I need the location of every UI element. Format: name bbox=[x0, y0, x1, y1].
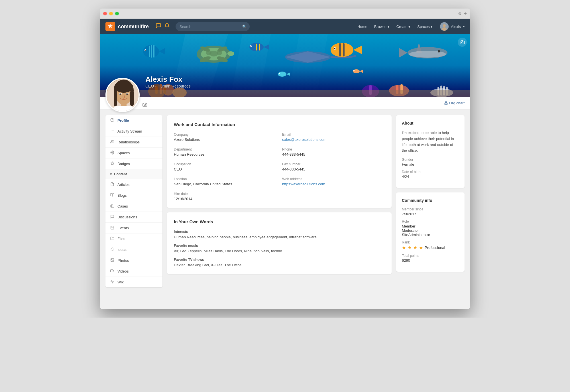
sidebar-label-cases: Cases bbox=[117, 204, 128, 208]
svg-rect-36 bbox=[153, 45, 154, 58]
location-label: Location bbox=[174, 177, 276, 181]
gear-icon[interactable]: ⚙ bbox=[458, 11, 462, 16]
minimize-window-button[interactable] bbox=[109, 12, 113, 15]
svg-line-111 bbox=[113, 248, 113, 249]
photos-icon bbox=[110, 258, 115, 263]
profile-header-bar: Org chart bbox=[100, 97, 470, 109]
web-address-label: Web address bbox=[282, 177, 385, 181]
sidebar-item-profile[interactable]: Profile bbox=[105, 115, 162, 126]
sidebar-content-section[interactable]: ▾ Content bbox=[105, 169, 162, 179]
sidebar-item-discussions[interactable]: Discussions bbox=[105, 212, 162, 223]
sidebar-label-relationships: Relationships bbox=[117, 140, 140, 144]
org-chart-link[interactable]: Org chart bbox=[444, 101, 465, 105]
svg-rect-72 bbox=[130, 90, 134, 106]
sidebar-item-ideas[interactable]: Ideas bbox=[105, 244, 162, 255]
star-4: ★ bbox=[419, 245, 423, 250]
topnav-user[interactable]: Alexis ▾ bbox=[440, 22, 465, 31]
company-label: Company bbox=[174, 133, 276, 137]
svg-rect-66 bbox=[100, 90, 470, 97]
about-bio: I'm excited to be able to help people ac… bbox=[402, 130, 459, 154]
sidebar-item-activity-stream[interactable]: Activity Stream bbox=[105, 126, 162, 137]
company-field: Company Axero Solutions bbox=[174, 133, 276, 142]
department-field: Department Human Resources bbox=[174, 147, 276, 157]
sidebar-item-blogs[interactable]: Blogs bbox=[105, 190, 162, 201]
svg-marker-98 bbox=[111, 162, 114, 165]
sidebar-item-videos[interactable]: Videos bbox=[105, 266, 162, 277]
svg-point-81 bbox=[127, 94, 128, 94]
nav-create[interactable]: Create ▾ bbox=[394, 23, 414, 31]
role-label: Role bbox=[402, 220, 459, 224]
sidebar-item-cases[interactable]: Cases bbox=[105, 201, 162, 212]
bell-icon[interactable] bbox=[164, 23, 170, 30]
profile-avatar-container bbox=[105, 78, 140, 112]
sidebar-item-relationships[interactable]: Relationships bbox=[105, 137, 162, 148]
search-input[interactable] bbox=[176, 22, 250, 31]
plus-icon[interactable]: + bbox=[464, 11, 467, 17]
content-section-label: Content bbox=[114, 172, 127, 176]
relationships-icon bbox=[110, 140, 115, 145]
about-title: About bbox=[402, 121, 459, 125]
gender-field: Gender Female bbox=[402, 158, 459, 166]
brand-logo-link[interactable]: communifire bbox=[105, 22, 149, 31]
sidebar-label-badges: Badges bbox=[117, 162, 130, 166]
work-contact-grid: Company Axero Solutions Email sales@axer… bbox=[174, 133, 385, 201]
sidebar-label-events: Events bbox=[117, 226, 129, 230]
svg-line-107 bbox=[113, 250, 113, 250]
favorite-tv-value: Dexter, Breaking Bad, X-Files, The Offic… bbox=[174, 263, 385, 267]
change-banner-photo-button[interactable] bbox=[458, 38, 467, 47]
svg-point-3 bbox=[442, 27, 447, 31]
ideas-icon bbox=[110, 247, 115, 252]
nav-home[interactable]: Home bbox=[355, 23, 370, 31]
occupation-label: Occupation bbox=[174, 162, 276, 166]
nav-browse[interactable]: Browse ▾ bbox=[371, 23, 392, 31]
sidebar-item-events[interactable]: Events bbox=[105, 223, 162, 233]
rank-value: Professional bbox=[425, 245, 445, 250]
community-info-title: Community info bbox=[402, 198, 459, 203]
search-container: 🔍 bbox=[176, 22, 250, 31]
topnav-icons bbox=[156, 23, 170, 30]
sidebar-item-wiki[interactable]: Wiki bbox=[105, 277, 162, 287]
svg-point-0 bbox=[109, 26, 111, 27]
hire-date-field: Hire date 12/16/2014 bbox=[174, 192, 385, 201]
fax-value: 444-333-5445 bbox=[282, 167, 385, 171]
events-icon bbox=[110, 226, 115, 230]
own-words-card: In Your Own Words Interests Human Resour… bbox=[167, 212, 392, 274]
chat-icon[interactable] bbox=[156, 23, 161, 30]
profile-name-overlay: Alexis Fox CEO - Human Resources bbox=[145, 75, 191, 88]
sidebar-item-badges[interactable]: Badges bbox=[105, 159, 162, 169]
email-field: Email sales@axerosolutions.com bbox=[282, 133, 385, 142]
gender-label: Gender bbox=[402, 158, 459, 162]
top-navigation: communifire 🔍 bbox=[100, 19, 470, 34]
web-address-value[interactable]: https://axerosolutions.com bbox=[282, 182, 385, 186]
profile-icon bbox=[110, 118, 115, 123]
work-contact-card: Work and Contact Information Company Axe… bbox=[167, 115, 392, 208]
badges-icon bbox=[110, 161, 115, 166]
favorite-music-label: Favorite music bbox=[174, 244, 385, 248]
svg-point-60 bbox=[278, 72, 286, 77]
sidebar-item-spaces[interactable]: Spaces bbox=[105, 148, 162, 159]
sidebar-item-articles[interactable]: Articles bbox=[105, 179, 162, 190]
favorite-tv-label: Favorite TV shows bbox=[174, 258, 385, 262]
member-since-label: Member since bbox=[402, 207, 459, 211]
svg-point-67 bbox=[461, 42, 463, 43]
svg-point-63 bbox=[353, 69, 360, 73]
email-label: Email bbox=[282, 133, 385, 137]
sidebar-item-photos[interactable]: Photos bbox=[105, 255, 162, 266]
email-value[interactable]: sales@axerosolutions.com bbox=[282, 137, 385, 142]
maximize-window-button[interactable] bbox=[115, 12, 119, 15]
mac-titlebar: ⚙ + bbox=[100, 9, 470, 19]
svg-rect-83 bbox=[445, 101, 447, 103]
rank-label: Rank bbox=[402, 240, 459, 244]
activity-stream-icon bbox=[110, 129, 115, 134]
change-profile-photo-button[interactable] bbox=[142, 102, 147, 108]
nav-spaces[interactable]: Spaces ▾ bbox=[414, 23, 435, 31]
rank-stars: ★ ★ ★ ★ Professional bbox=[402, 245, 459, 250]
svg-point-2 bbox=[443, 24, 446, 27]
sidebar-label-articles: Articles bbox=[117, 182, 130, 187]
company-value: Axero Solutions bbox=[174, 137, 276, 142]
svg-rect-84 bbox=[444, 103, 445, 105]
role-field: Role Member Moderator SiteAdministrator bbox=[402, 220, 459, 237]
sidebar-item-files[interactable]: Files bbox=[105, 233, 162, 244]
fax-field: Fax number 444-333-5445 bbox=[282, 162, 385, 171]
close-window-button[interactable] bbox=[103, 12, 107, 15]
